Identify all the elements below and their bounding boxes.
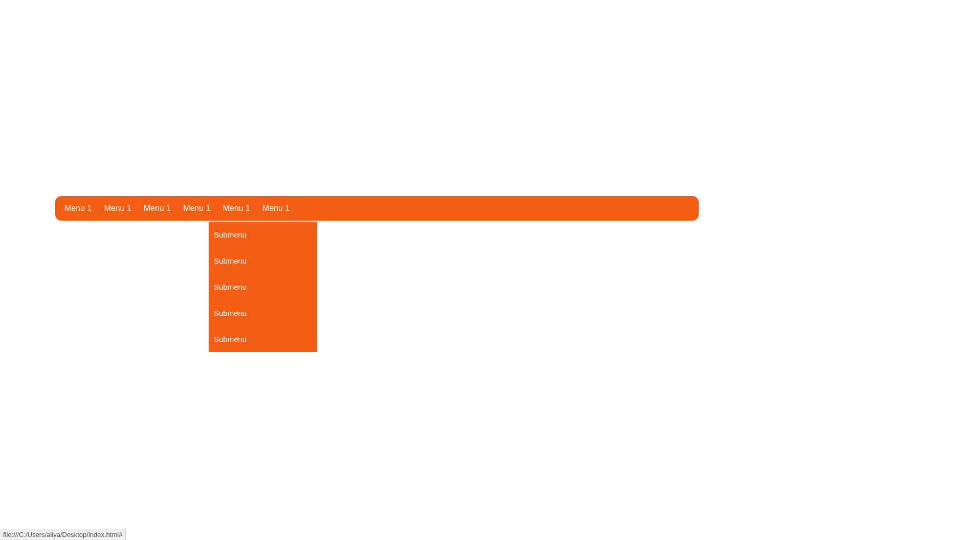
submenu-item-2[interactable]: Submenu [209,248,317,274]
menu-item-2[interactable]: Menu 1 [98,197,137,220]
menu-item-1[interactable]: Menu 1 [55,197,98,220]
submenu-dropdown: Submenu Submenu Submenu Submenu Submenu [209,222,317,352]
menu-item-3[interactable]: Menu 1 [138,197,177,220]
submenu-item-3[interactable]: Submenu [209,274,317,300]
nav-container: Menu 1 Menu 1 Menu 1 Menu 1 Menu 1 Menu … [55,196,699,221]
submenu-item-1[interactable]: Submenu [209,222,317,248]
submenu-item-4[interactable]: Submenu [209,300,317,326]
submenu-item-5[interactable]: Submenu [209,326,317,352]
menu-item-6[interactable]: Menu 1 [256,197,296,220]
browser-status-bar: file:///C:/Users/aliya/Desktop/index.htm… [0,529,126,540]
menu-item-5[interactable]: Menu 1 [217,197,256,220]
nav-bar: Menu 1 Menu 1 Menu 1 Menu 1 Menu 1 Menu … [55,196,699,221]
menu-item-4[interactable]: Menu 1 [177,197,216,220]
